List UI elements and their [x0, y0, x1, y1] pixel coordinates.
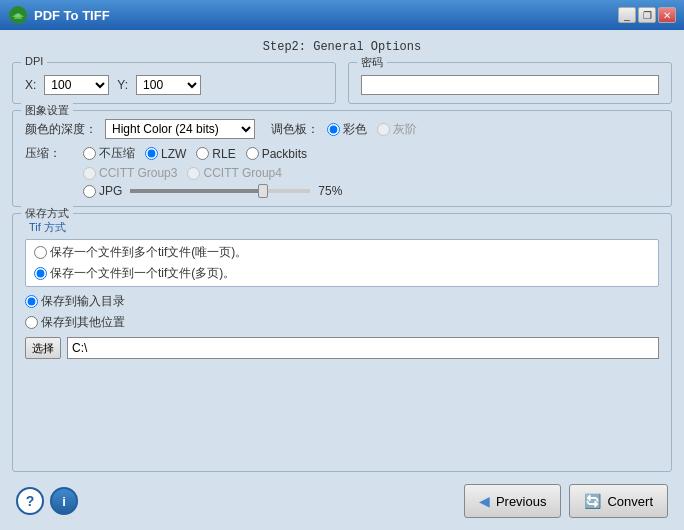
compress-packbits-label: Packbits [262, 147, 307, 161]
color-radio[interactable] [327, 123, 340, 136]
gray-option-label: 灰阶 [393, 121, 417, 138]
app-title: PDF To TIFF [34, 8, 618, 23]
save-dir-options: 保存到输入目录 保存到其他位置 [25, 293, 659, 331]
dpi-row: X: 100 72 96 150 200 300 600 Y: 100 72 9… [25, 75, 323, 95]
jpg-row: JPG 75% [25, 184, 659, 198]
image-section-label: 图象设置 [21, 103, 73, 118]
compress-lzw-radio[interactable] [145, 147, 158, 160]
compress-ccitt3: CCITT Group3 [83, 166, 177, 180]
compress-none-label: 不压缩 [99, 145, 135, 162]
compress-row1: 压缩： 不压缩 LZW RLE Packbits [25, 145, 659, 162]
compress-ccitt4-radio [187, 167, 200, 180]
save-other-dir[interactable]: 保存到其他位置 [25, 314, 659, 331]
path-input[interactable] [67, 337, 659, 359]
compress-packbits[interactable]: Packbits [246, 147, 307, 161]
previous-label: Previous [496, 494, 547, 509]
minimize-button[interactable]: _ [618, 7, 636, 23]
save-section: 保存方式 Tif 方式 保存一个文件到多个tif文件(唯一页)。 保存一个文件到… [12, 213, 672, 472]
top-row: DPI X: 100 72 96 150 200 300 600 Y: 100 … [12, 62, 672, 104]
compress-none-radio[interactable] [83, 147, 96, 160]
tif-multi-radio[interactable] [34, 246, 47, 259]
color-option-label: 彩色 [343, 121, 367, 138]
dpi-x-label: X: [25, 78, 36, 92]
compress-jpg-label: JPG [99, 184, 122, 198]
convert-label: Convert [607, 494, 653, 509]
titlebar: PDF To TIFF _ ❐ ✕ [0, 0, 684, 30]
gray-radio [377, 123, 390, 136]
compress-lzw-label: LZW [161, 147, 186, 161]
dpi-y-select[interactable]: 100 72 96 150 200 300 600 [136, 75, 201, 95]
save-other-radio[interactable] [25, 316, 38, 329]
previous-icon: ◀ [479, 493, 490, 509]
tif-multi-page[interactable]: 保存一个文件到多个tif文件(唯一页)。 [34, 244, 650, 261]
jpg-quality-slider[interactable] [130, 189, 310, 193]
color-option-color[interactable]: 彩色 [327, 121, 367, 138]
compress-ccitt4-label: CCITT Group4 [203, 166, 281, 180]
bottom-left-buttons: ? i [16, 487, 78, 515]
dpi-section: DPI X: 100 72 96 150 200 300 600 Y: 100 … [12, 62, 336, 104]
compress-ccitt3-label: CCITT Group3 [99, 166, 177, 180]
image-section: 图象设置 颜色的深度： Hight Color (24 bits) 256 Co… [12, 110, 672, 207]
compress-rle[interactable]: RLE [196, 147, 235, 161]
tif-single-radio[interactable] [34, 267, 47, 280]
compress-group1: 不压缩 LZW RLE Packbits [83, 145, 307, 162]
compress-packbits-radio[interactable] [246, 147, 259, 160]
select-path-button[interactable]: 选择 [25, 337, 61, 359]
compress-rle-label: RLE [212, 147, 235, 161]
dpi-label: DPI [21, 55, 47, 67]
compress-jpg-radio[interactable] [83, 185, 96, 198]
save-input-radio[interactable] [25, 295, 38, 308]
tif-single-page[interactable]: 保存一个文件到一个tif文件(多页)。 [34, 265, 650, 282]
convert-button[interactable]: 🔄 Convert [569, 484, 668, 518]
compress-group2: CCITT Group3 CCITT Group4 [83, 166, 282, 180]
save-other-label: 保存到其他位置 [41, 314, 125, 331]
help-button[interactable]: ? [16, 487, 44, 515]
save-input-label: 保存到输入目录 [41, 293, 125, 310]
dpi-x-select[interactable]: 100 72 96 150 200 300 600 [44, 75, 109, 95]
compress-ccitt4: CCITT Group4 [187, 166, 281, 180]
color-palette-group: 彩色 灰阶 [327, 121, 417, 138]
restore-button[interactable]: ❐ [638, 7, 656, 23]
tif-single-label: 保存一个文件到一个tif文件(多页)。 [50, 265, 235, 282]
password-label: 密码 [357, 55, 387, 70]
convert-icon: 🔄 [584, 493, 601, 509]
compress-lzw[interactable]: LZW [145, 147, 186, 161]
color-option-gray[interactable]: 灰阶 [377, 121, 417, 138]
app-icon [8, 5, 28, 25]
window-controls: _ ❐ ✕ [618, 7, 676, 23]
bottom-right-buttons: ◀ Previous 🔄 Convert [464, 484, 668, 518]
color-depth-row: 颜色的深度： Hight Color (24 bits) 256 Colors … [25, 119, 659, 139]
compress-none[interactable]: 不压缩 [83, 145, 135, 162]
dpi-y-label: Y: [117, 78, 128, 92]
compress-ccitt3-radio [83, 167, 96, 180]
compress-row2: CCITT Group3 CCITT Group4 [25, 166, 659, 180]
main-content: Step2: General Options DPI X: 100 72 96 … [0, 30, 684, 530]
tif-multi-label: 保存一个文件到多个tif文件(唯一页)。 [50, 244, 247, 261]
jpg-percent-label: 75% [318, 184, 342, 198]
tif-options: 保存一个文件到多个tif文件(唯一页)。 保存一个文件到一个tif文件(多页)。 [25, 239, 659, 287]
previous-button[interactable]: ◀ Previous [464, 484, 562, 518]
compress-jpg[interactable]: JPG [83, 184, 122, 198]
info-button[interactable]: i [50, 487, 78, 515]
compress-rle-radio[interactable] [196, 147, 209, 160]
compress-label: 压缩： [25, 145, 77, 162]
password-section: 密码 [348, 62, 672, 104]
step-title: Step2: General Options [12, 38, 672, 56]
path-row: 选择 [25, 337, 659, 359]
color-depth-label: 颜色的深度： [25, 121, 97, 138]
color-depth-select[interactable]: Hight Color (24 bits) 256 Colors (8 bits… [105, 119, 255, 139]
save-section-label: 保存方式 [21, 206, 73, 221]
bottom-bar: ? i ◀ Previous 🔄 Convert [12, 478, 672, 522]
save-input-dir[interactable]: 保存到输入目录 [25, 293, 659, 310]
password-input[interactable] [361, 75, 659, 95]
close-button[interactable]: ✕ [658, 7, 676, 23]
color-palette-label: 调色板： [271, 121, 319, 138]
tif-sub-label: Tif 方式 [25, 220, 659, 235]
